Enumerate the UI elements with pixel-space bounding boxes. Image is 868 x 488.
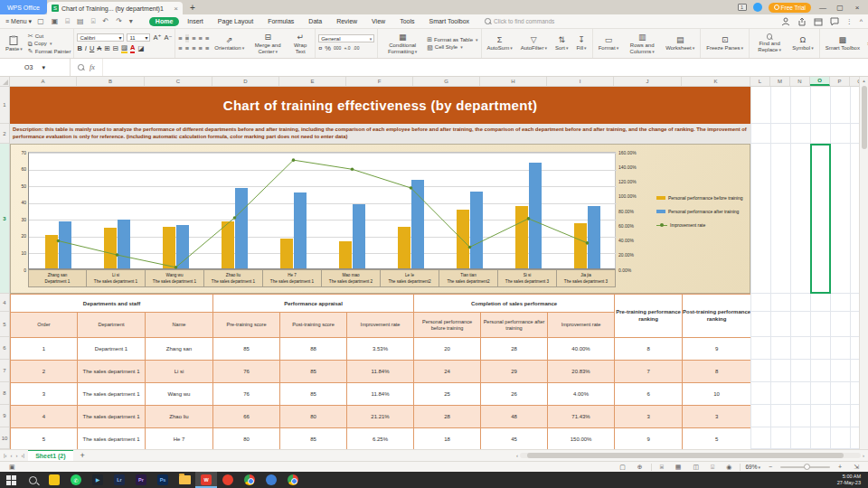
row-header-5[interactable]: 5	[0, 312, 9, 337]
table-column-header[interactable]: Personal performance before training	[414, 313, 481, 338]
column-header-N[interactable]: N	[790, 77, 810, 86]
table-cell[interactable]: Department 1	[78, 338, 146, 361]
row-header-8[interactable]: 8	[0, 382, 9, 405]
split-view-icon[interactable]: ◫	[689, 463, 703, 472]
table-cell[interactable]: 150.00%	[548, 428, 615, 450]
align-center-icon[interactable]: ≡	[185, 44, 189, 52]
wps-office-button[interactable]: WPS Office	[0, 0, 47, 14]
table-column-header[interactable]: Pre-training score	[213, 313, 280, 338]
new-tab-button[interactable]: +	[183, 0, 203, 14]
table-cell[interactable]: 45	[481, 428, 548, 450]
currency-icon[interactable]: ¤	[318, 44, 322, 52]
chart-object[interactable]: Zhang sanDepartment 1Li siThe sales depa…	[10, 144, 750, 294]
user-avatar[interactable]	[753, 3, 762, 12]
table-column-header[interactable]: Post-training score	[280, 313, 347, 338]
page-break-view-icon[interactable]: ⌻	[707, 463, 718, 472]
file-explorer[interactable]	[174, 472, 195, 488]
row-header-4[interactable]: 4	[0, 294, 9, 312]
table-cell[interactable]: 80	[280, 406, 347, 428]
share-icon[interactable]	[797, 17, 807, 26]
table-ranking-header[interactable]: Post-training performance ranking	[683, 295, 750, 338]
lightroom[interactable]: Lr	[108, 472, 130, 488]
free-trial-button[interactable]: Free Trial	[769, 3, 811, 13]
cut-button[interactable]: ✂Cut	[28, 33, 71, 39]
tab-smart-toolbox[interactable]: Smart Toolbox	[422, 17, 476, 26]
align-middle-icon[interactable]: ≡	[185, 34, 189, 42]
table-cell[interactable]: 8	[683, 361, 750, 383]
photoshop[interactable]: Ps	[152, 472, 174, 488]
legend-entry[interactable]: Improvement rate	[656, 222, 743, 228]
increase-indent-icon[interactable]: ≡	[205, 34, 209, 42]
borders-button[interactable]: ⊞	[104, 44, 109, 52]
row-header-10[interactable]: 10	[0, 427, 9, 449]
table-cell[interactable]: He 7	[146, 428, 213, 450]
table-ranking-header[interactable]: Pre-training performance ranking	[615, 295, 683, 338]
red-app[interactable]	[217, 472, 239, 488]
table-cell[interactable]: 5	[11, 428, 78, 450]
tab-tools[interactable]: Tools	[393, 17, 420, 26]
document-tab[interactable]: S Chart of Training... (by department)1 …	[47, 2, 183, 14]
row-header-3[interactable]: 3	[0, 144, 9, 294]
command-search-box[interactable]: Click to find commands	[479, 17, 588, 25]
undo-button[interactable]: ↶	[100, 17, 110, 25]
align-left-icon[interactable]: ≡	[178, 44, 182, 52]
table-cell[interactable]: 88	[280, 338, 347, 361]
eraser-button[interactable]: ◪	[137, 44, 144, 52]
sticky-notes[interactable]	[43, 472, 65, 488]
column-header-F[interactable]: F	[346, 77, 413, 86]
table-cell[interactable]: 4.00%	[548, 383, 615, 406]
font-color-button[interactable]: A	[130, 43, 135, 53]
table-column-header[interactable]: Name	[146, 313, 213, 338]
description-cell[interactable]: Description: this table is mainly used t…	[10, 124, 750, 144]
select-all-corner[interactable]	[0, 77, 10, 87]
find-replace-button[interactable]: Find and Replace	[752, 33, 787, 52]
account-icon[interactable]	[781, 17, 790, 26]
paste-button[interactable]: Paste	[3, 35, 25, 52]
legend-entry[interactable]: Personal performance after training	[656, 209, 743, 214]
table-cell[interactable]: 80	[213, 428, 280, 450]
freeze-panes-button[interactable]: ⊡Freeze Panes	[703, 35, 746, 52]
decrease-indent-icon[interactable]: ≡	[199, 34, 203, 42]
symbol-button[interactable]: ΩSymbol	[789, 35, 816, 52]
scroll-left-icon[interactable]: ‹	[516, 453, 518, 458]
row-header-1[interactable]: 1	[0, 87, 9, 124]
horizontal-scroll-track[interactable]	[520, 453, 861, 458]
table-cell[interactable]: 28	[414, 406, 481, 428]
add-sheet-button[interactable]: +	[77, 451, 89, 460]
start-button[interactable]	[0, 472, 22, 488]
column-header-C[interactable]: C	[145, 77, 212, 86]
table-cell[interactable]: 7	[615, 361, 683, 383]
sort-button[interactable]: ⇅Sort	[552, 35, 571, 52]
fx-icon[interactable]: fx	[90, 63, 95, 71]
row-header-9[interactable]: 9	[0, 405, 9, 427]
table-cell[interactable]: 11.84%	[347, 383, 414, 406]
table-group-header[interactable]: Performance appraisal	[213, 295, 414, 313]
horizontal-scrollbar[interactable]: ‹ ›	[516, 453, 864, 458]
save-button[interactable]: ▣	[50, 17, 61, 25]
tab-page-layout[interactable]: Page Layout	[212, 17, 259, 26]
table-cell[interactable]: 3	[615, 406, 683, 428]
underline-button[interactable]: U	[90, 44, 94, 52]
output-button[interactable]: ⌸	[63, 17, 71, 26]
taskbar-clock[interactable]: 5:00 AM 27-May-23	[837, 474, 868, 486]
column-header-A[interactable]: A	[10, 77, 77, 86]
table-cell[interactable]: 85	[280, 428, 347, 450]
column-header-P[interactable]: P	[830, 77, 850, 86]
comma-style-icon[interactable]: 000	[334, 44, 341, 52]
selection-locator-icon[interactable]: ⊕	[634, 463, 646, 472]
print-button[interactable]: ▤	[75, 17, 86, 25]
column-header-H[interactable]: H	[480, 77, 547, 86]
name-box[interactable]: O3▾	[0, 59, 71, 76]
table-cell[interactable]: Zhang san	[146, 338, 213, 361]
table-cell[interactable]: The sales department 1	[78, 361, 146, 383]
premiere[interactable]: Pr	[130, 472, 152, 488]
formula-input[interactable]	[103, 59, 868, 76]
table-cell[interactable]: 71.43%	[548, 406, 615, 428]
column-header-E[interactable]: E	[279, 77, 346, 86]
conditional-formatting-button[interactable]: ▦Conditional Formatting	[381, 33, 424, 54]
table-cell[interactable]: 28	[481, 338, 548, 361]
restore-button[interactable]: ▢	[835, 4, 845, 12]
video-player[interactable]: ▶	[87, 472, 108, 488]
table-cell[interactable]: 76	[213, 361, 280, 383]
table-cell[interactable]: 21.21%	[347, 406, 414, 428]
